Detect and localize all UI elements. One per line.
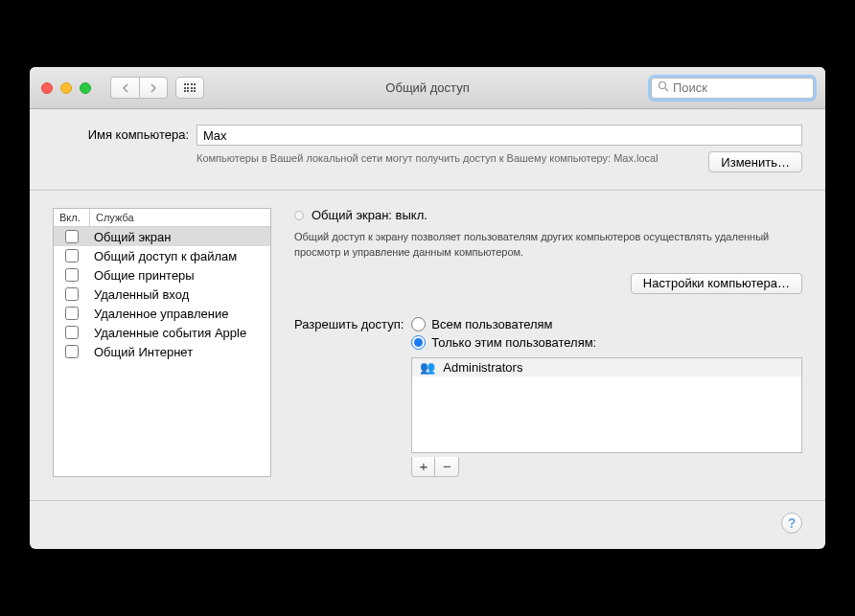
radio-all-label: Всем пользователям — [431, 317, 552, 331]
chevron-left-icon — [122, 83, 129, 93]
service-row[interactable]: Общие принтеры — [54, 265, 270, 285]
edit-name-button[interactable]: Изменить… — [708, 151, 802, 172]
close-button[interactable] — [41, 82, 53, 94]
service-enable-checkbox[interactable] — [65, 249, 79, 262]
service-label: Общий доступ к файлам — [90, 249, 270, 263]
column-header-service[interactable]: Служба — [90, 209, 270, 226]
service-checkbox-cell — [54, 345, 90, 358]
service-row[interactable]: Общий экран — [54, 227, 270, 246]
status-text: Общий экран: выкл. — [312, 208, 428, 222]
radio-all-input[interactable] — [411, 317, 426, 331]
services-header: Вкл. Служба — [54, 209, 270, 227]
help-button[interactable]: ? — [781, 513, 802, 534]
users-group-icon: 👥 — [420, 360, 435, 375]
service-enable-checkbox[interactable] — [65, 326, 79, 339]
window-title: Общий доступ — [385, 80, 469, 95]
radio-only-label: Только этим пользователям: — [431, 335, 596, 350]
service-enable-checkbox[interactable] — [65, 307, 79, 320]
computer-name-help: Компьютеры в Вашей локальной сети могут … — [196, 151, 708, 166]
sharing-prefs-window: Общий доступ Имя компьютера: Компьютеры … — [30, 67, 825, 549]
status-row: Общий экран: выкл. — [294, 208, 802, 222]
forward-button[interactable] — [139, 77, 168, 99]
service-label: Общий экран — [90, 230, 270, 244]
content: Имя компьютера: Компьютеры в Вашей локал… — [30, 109, 825, 549]
window-controls — [41, 82, 91, 94]
computer-name-input[interactable] — [196, 125, 802, 146]
main-section: Вкл. Служба Общий экранОбщий доступ к фа… — [53, 191, 802, 477]
service-enable-checkbox[interactable] — [65, 345, 79, 358]
service-checkbox-cell — [54, 249, 90, 262]
radio-only-users[interactable]: Только этим пользователям: — [411, 335, 802, 350]
service-checkbox-cell — [54, 268, 90, 282]
service-label: Удаленное управление — [90, 307, 270, 321]
services-list: Общий экранОбщий доступ к файламОбщие пр… — [54, 227, 270, 476]
computer-settings-button[interactable]: Настройки компьютера… — [631, 273, 802, 294]
nav-buttons — [110, 77, 168, 99]
service-checkbox-cell — [54, 287, 90, 301]
service-row[interactable]: Общий Интернет — [54, 342, 270, 361]
service-enable-checkbox[interactable] — [65, 268, 79, 282]
search-input[interactable] — [673, 80, 807, 95]
computer-name-section: Имя компьютера: Компьютеры в Вашей локал… — [53, 125, 802, 172]
add-user-button[interactable]: + — [412, 457, 435, 476]
services-pane: Вкл. Служба Общий экранОбщий доступ к фа… — [53, 208, 271, 477]
titlebar: Общий доступ — [30, 67, 825, 109]
service-label: Общий Интернет — [90, 345, 270, 359]
search-field[interactable] — [651, 78, 814, 99]
search-icon — [658, 80, 669, 95]
column-header-on[interactable]: Вкл. — [54, 209, 90, 226]
show-all-button[interactable] — [175, 77, 204, 99]
users-list[interactable]: 👥Administrators — [411, 357, 802, 453]
service-enable-checkbox[interactable] — [65, 287, 79, 301]
maximize-button[interactable] — [80, 82, 91, 94]
service-enable-checkbox[interactable] — [65, 230, 79, 243]
service-checkbox-cell — [54, 230, 90, 243]
service-row[interactable]: Общий доступ к файлам — [54, 246, 270, 265]
radio-only-input[interactable] — [411, 335, 426, 350]
service-label: Общие принтеры — [90, 268, 270, 283]
user-name: Administrators — [443, 360, 522, 375]
svg-point-0 — [659, 82, 666, 89]
service-checkbox-cell — [54, 326, 90, 339]
service-label: Удаленный вход — [90, 287, 270, 302]
service-row[interactable]: Удаленные события Apple — [54, 323, 270, 342]
back-button[interactable] — [110, 77, 139, 99]
service-description: Общий доступ к экрану позволяет пользова… — [294, 230, 802, 260]
status-indicator-icon — [294, 211, 304, 220]
radio-all-users[interactable]: Всем пользователям — [411, 317, 802, 331]
access-section: Разрешить доступ: Всем пользователям Тол… — [294, 317, 802, 477]
remove-user-button[interactable]: − — [435, 457, 458, 476]
minimize-button[interactable] — [60, 82, 72, 94]
user-row[interactable]: 👥Administrators — [412, 358, 801, 376]
chevron-right-icon — [150, 83, 157, 93]
footer: ? — [30, 500, 825, 534]
user-list-controls: + − — [411, 457, 459, 477]
grid-icon — [184, 83, 196, 92]
svg-line-1 — [665, 88, 668, 91]
service-label: Удаленные события Apple — [90, 326, 270, 340]
access-label: Разрешить доступ: — [294, 317, 404, 331]
service-row[interactable]: Удаленный вход — [54, 285, 270, 304]
computer-name-label: Имя компьютера: — [53, 125, 196, 142]
access-radio-group: Всем пользователям Только этим пользоват… — [411, 317, 802, 477]
service-row[interactable]: Удаленное управление — [54, 304, 270, 323]
detail-pane: Общий экран: выкл. Общий доступ к экрану… — [294, 208, 802, 477]
service-checkbox-cell — [54, 307, 90, 320]
